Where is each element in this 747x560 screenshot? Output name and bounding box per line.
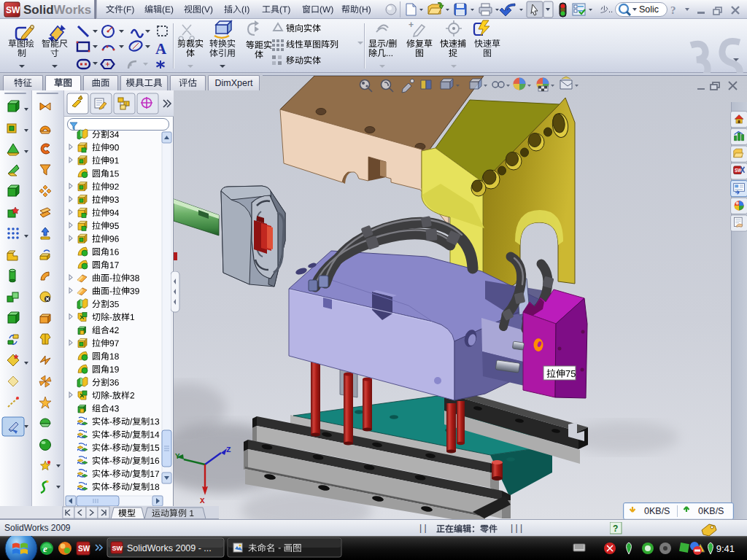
svg-text:SolidWorks 2009 - ...: SolidWorks 2009 - ...: [127, 543, 212, 553]
svg-text:?: ?: [613, 524, 618, 534]
svg-text:0KB/S: 0KB/S: [644, 506, 670, 516]
svg-text:Z: Z: [226, 446, 231, 454]
svg-text:+: +: [409, 20, 414, 30]
svg-text:X: X: [200, 497, 205, 505]
svg-text:A: A: [155, 40, 167, 58]
svg-text:0KB/S: 0KB/S: [698, 506, 724, 516]
svg-text:e: e: [43, 543, 47, 554]
svg-text:Y: Y: [175, 452, 180, 461]
svg-text:SW: SW: [112, 545, 123, 552]
svg-text:9:41: 9:41: [716, 543, 735, 554]
svg-text:Solic: Solic: [639, 4, 659, 15]
svg-text:SW: SW: [78, 545, 90, 553]
svg-text:?: ?: [670, 4, 676, 16]
